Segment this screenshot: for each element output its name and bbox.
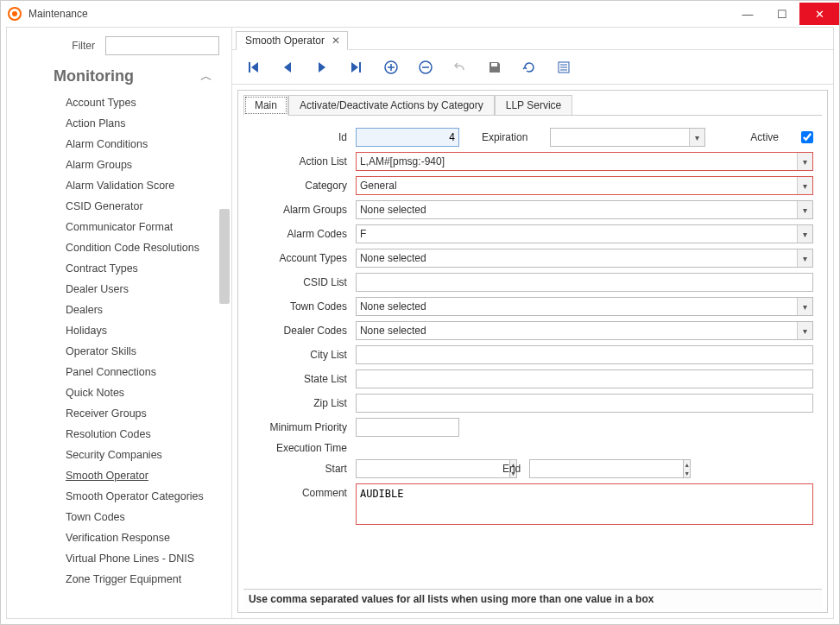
filter-row: Filter: [7, 28, 231, 60]
sidebar-item[interactable]: Smooth Operator Categories: [7, 486, 231, 507]
document-tabs: Smooth Operator ✕: [232, 28, 833, 50]
dropdown-icon: ▾: [689, 129, 704, 146]
expiration-field[interactable]: ▾: [550, 128, 705, 147]
filter-label: Filter: [19, 40, 105, 52]
sidebar-item[interactable]: Security Companies: [7, 445, 231, 465]
sidebar-item[interactable]: Account Types: [7, 92, 231, 113]
alarm-groups-label: Alarm Groups: [252, 204, 356, 216]
sidebar-item[interactable]: Smooth Operator: [7, 465, 231, 486]
close-button[interactable]: ✕: [799, 3, 839, 25]
state-list-field[interactable]: [356, 369, 813, 388]
sidebar-item[interactable]: Quick Notes: [7, 382, 231, 403]
start-time-field[interactable]: ▲▼: [356, 459, 468, 478]
sidebar-item[interactable]: Dealers: [7, 300, 231, 320]
end-time-field[interactable]: ▲▼: [529, 459, 641, 478]
active-label: Active: [750, 131, 779, 143]
close-tab-icon[interactable]: ✕: [332, 35, 340, 47]
min-priority-field[interactable]: [356, 418, 459, 437]
dropdown-icon: ▾: [797, 322, 812, 339]
sidebar-item[interactable]: Verification Response: [7, 527, 231, 548]
maximize-button[interactable]: ☐: [765, 3, 799, 25]
comment-label: Comment: [252, 483, 356, 499]
sidebar-item[interactable]: Condition Code Resolutions: [7, 237, 231, 258]
sidebar-item[interactable]: Action Plans: [7, 113, 231, 134]
subtab[interactable]: LLP Service: [495, 95, 572, 116]
zip-list-field[interactable]: [356, 394, 813, 413]
exec-time-label: Execution Time: [252, 442, 356, 454]
spin-down-icon[interactable]: ▼: [684, 469, 690, 477]
dealer-codes-field[interactable]: None selected▾: [356, 321, 813, 340]
next-record-button[interactable]: [313, 59, 331, 76]
category-label: Category: [252, 180, 356, 192]
dropdown-icon: ▾: [797, 177, 812, 194]
active-checkbox[interactable]: [801, 131, 813, 143]
account-types-field[interactable]: None selected▾: [356, 249, 813, 268]
scrollbar-thumb[interactable]: [219, 209, 230, 304]
sidebar-item[interactable]: Holidays: [7, 320, 231, 341]
minimize-button[interactable]: —: [730, 3, 765, 25]
section-header[interactable]: Monitoring ︿: [7, 60, 231, 91]
expiration-label: Expiration: [482, 131, 527, 143]
spin-up-icon[interactable]: ▲: [684, 460, 690, 469]
sidebar-item[interactable]: CSID Generator: [7, 196, 231, 217]
add-button[interactable]: [382, 59, 400, 76]
remove-button[interactable]: [417, 59, 434, 76]
sidebar-item[interactable]: Receiver Groups: [7, 403, 231, 424]
dealer-codes-label: Dealer Codes: [252, 325, 356, 337]
filter-input[interactable]: [105, 36, 219, 55]
subtabs: MainActivate/Deactivate Actions by Categ…: [243, 94, 822, 116]
list-button[interactable]: [555, 59, 572, 76]
account-types-label: Account Types: [252, 252, 356, 264]
last-record-button[interactable]: [348, 59, 365, 76]
comment-field[interactable]: [356, 483, 813, 525]
dropdown-icon: ▾: [797, 225, 812, 243]
id-label: Id: [252, 131, 356, 143]
main-pane: Smooth Operator ✕ MainActivate/Deactivat…: [232, 28, 833, 618]
sidebar-item[interactable]: Alarm Validation Score: [7, 175, 231, 196]
id-field[interactable]: [356, 128, 459, 147]
sidebar-item[interactable]: Alarm Groups: [7, 155, 231, 175]
status-hint: Use comma separated values for all lists…: [243, 589, 822, 609]
nav-tree: Account TypesAction PlansAlarm Condition…: [7, 91, 231, 618]
doc-tab-label: Smooth Operator: [245, 35, 325, 47]
sidebar: Filter Monitoring ︿ Account TypesAction …: [7, 28, 232, 618]
sidebar-item[interactable]: Panel Connections: [7, 362, 231, 382]
sidebar-item[interactable]: Town Codes: [7, 507, 231, 527]
dropdown-icon: ▾: [797, 201, 812, 218]
town-codes-field[interactable]: None selected▾: [356, 297, 813, 316]
save-button[interactable]: [486, 59, 503, 76]
state-list-label: State List: [252, 373, 356, 385]
section-title: Monitoring: [54, 67, 200, 85]
sidebar-item[interactable]: Resolution Codes: [7, 424, 231, 445]
csid-list-field[interactable]: [356, 273, 813, 292]
window-title: Maintenance: [28, 8, 88, 20]
subtab[interactable]: Main: [243, 95, 288, 116]
first-record-button[interactable]: [244, 59, 262, 76]
sidebar-item[interactable]: Communicator Format: [7, 217, 231, 237]
sidebar-item[interactable]: Zone Trigger Equipment: [7, 569, 231, 590]
csid-list-label: CSID List: [252, 276, 356, 288]
city-list-field[interactable]: [356, 345, 813, 364]
doc-tab-smooth-operator[interactable]: Smooth Operator ✕: [236, 31, 348, 50]
end-label: End: [502, 463, 521, 475]
dropdown-icon: ▾: [797, 298, 812, 315]
refresh-button[interactable]: [521, 59, 538, 76]
action-list-field[interactable]: L,AM#[pmsg:-940]▾: [356, 152, 813, 171]
action-list-label: Action List: [252, 155, 356, 167]
sidebar-item[interactable]: Alarm Conditions: [7, 134, 231, 155]
alarm-codes-label: Alarm Codes: [252, 228, 356, 240]
sidebar-item[interactable]: Operator Skills: [7, 341, 231, 362]
alarm-codes-field[interactable]: F▾: [356, 224, 813, 243]
sidebar-item[interactable]: Virtual Phone Lines - DNIS: [7, 548, 231, 569]
undo-button[interactable]: [452, 59, 469, 76]
sidebar-item[interactable]: Contract Types: [7, 258, 231, 279]
min-priority-label: Minimum Priority: [252, 421, 356, 433]
dropdown-icon: ▾: [797, 153, 812, 170]
sidebar-item[interactable]: Dealer Users: [7, 279, 231, 300]
subtab[interactable]: Activate/Deactivate Actions by Category: [288, 95, 495, 116]
alarm-groups-field[interactable]: None selected▾: [356, 200, 813, 219]
dropdown-icon: ▾: [797, 249, 812, 267]
titlebar: Maintenance — ☐ ✕: [1, 1, 839, 27]
prev-record-button[interactable]: [279, 59, 296, 76]
category-field[interactable]: General▾: [356, 176, 813, 195]
